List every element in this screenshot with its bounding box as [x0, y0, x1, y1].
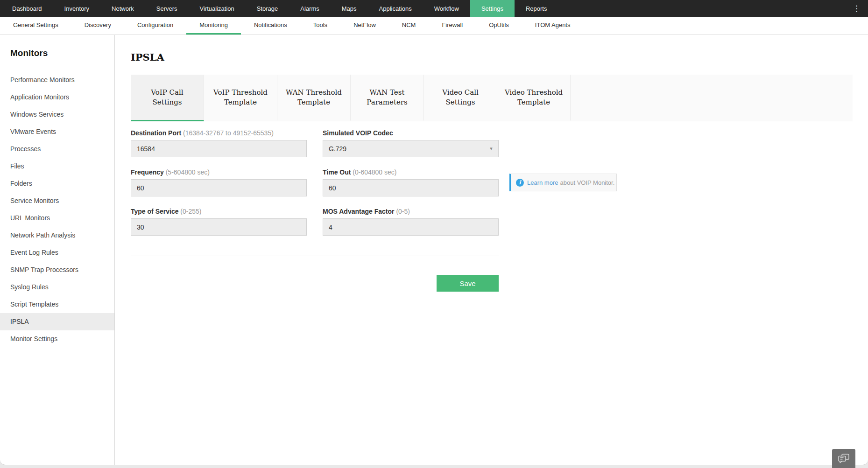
- info-text: about VOIP Monitor.: [560, 179, 614, 186]
- subnav-item-configuration[interactable]: Configuration: [124, 17, 186, 35]
- subnav-item-discovery[interactable]: Discovery: [71, 17, 124, 35]
- tab-voip-threshold-template[interactable]: VoIP Threshold Template: [204, 75, 277, 121]
- nav-item-inventory[interactable]: Inventory: [53, 0, 100, 17]
- sidebar-item-processes[interactable]: Processes: [0, 140, 114, 158]
- mos-advantage-factor-input[interactable]: [323, 218, 499, 236]
- nav-item-alarms[interactable]: Alarms: [289, 0, 330, 17]
- form-divider: [131, 256, 499, 256]
- monitors-sidebar: Monitors Performance Monitors Applicatio…: [0, 35, 115, 465]
- page-title: IPSLA: [131, 52, 853, 63]
- destination-port-label: Destination Port (16384-32767 to 49152-6…: [131, 129, 307, 137]
- info-icon: i: [516, 179, 524, 187]
- nav-item-storage[interactable]: Storage: [246, 0, 289, 17]
- subnav-item-oputils[interactable]: OpUtils: [476, 17, 522, 35]
- subnav-item-itom-agents[interactable]: ITOM Agents: [522, 17, 584, 35]
- tab-wan-test-parameters[interactable]: WAN Test Parameters: [351, 75, 424, 121]
- sidebar-item-application-monitors[interactable]: Application Monitors: [0, 89, 114, 106]
- nav-item-applications[interactable]: Applications: [368, 0, 423, 17]
- sidebar-item-script-templates[interactable]: Script Templates: [0, 296, 114, 313]
- sidebar-item-ipsla[interactable]: IPSLA: [0, 313, 114, 330]
- sidebar-item-windows-services[interactable]: Windows Services: [0, 106, 114, 123]
- frequency-range-hint: (5-604800 sec): [166, 168, 210, 176]
- field-destination-port: Destination Port (16384-32767 to 49152-6…: [131, 129, 307, 157]
- subnav-item-netflow[interactable]: NetFlow: [340, 17, 389, 35]
- frequency-label: Frequency (5-604800 sec): [131, 168, 307, 176]
- nav-item-workflow[interactable]: Workflow: [423, 0, 470, 17]
- tab-video-threshold-template[interactable]: Video Threshold Template: [497, 75, 571, 121]
- sidebar-item-network-path-analysis[interactable]: Network Path Analysis: [0, 227, 114, 244]
- settings-sub-nav: General Settings Discovery Configuration…: [0, 17, 868, 35]
- mos-advantage-factor-label: MOS Advantage Factor (0-5): [323, 208, 499, 216]
- time-out-label: Time Out (0-604800 sec): [323, 168, 499, 176]
- subnav-item-tools[interactable]: Tools: [300, 17, 340, 35]
- nav-item-settings[interactable]: Settings: [470, 0, 515, 17]
- save-button[interactable]: Save: [437, 275, 499, 292]
- field-type-of-service: Type of Service (0-255): [131, 208, 307, 236]
- frequency-input[interactable]: [131, 179, 307, 196]
- content-body: Monitors Performance Monitors Applicatio…: [0, 35, 868, 465]
- simulated-voip-codec-value: G.729: [329, 145, 346, 153]
- destination-port-input[interactable]: [131, 140, 307, 157]
- tab-wan-threshold-template[interactable]: WAN Threshold Template: [277, 75, 351, 121]
- simulated-voip-codec-label: Simulated VOIP Codec: [323, 129, 499, 137]
- sidebar-item-snmp-trap-processors[interactable]: SNMP Trap Processors: [0, 261, 114, 279]
- subnav-item-firewall[interactable]: Firewall: [429, 17, 476, 35]
- sidebar-item-performance-monitors[interactable]: Performance Monitors: [0, 71, 114, 89]
- field-frequency: Frequency (5-604800 sec): [131, 168, 307, 196]
- field-mos-advantage-factor: MOS Advantage Factor (0-5): [323, 208, 499, 236]
- type-of-service-label: Type of Service (0-255): [131, 208, 307, 216]
- field-simulated-voip-codec: Simulated VOIP Codec G.729 ▾: [323, 129, 499, 157]
- sidebar-item-url-monitors[interactable]: URL Monitors: [0, 210, 114, 227]
- page: Dashboard Inventory Network Servers Virt…: [0, 0, 868, 468]
- save-row: Save: [131, 275, 499, 292]
- sidebar-list: Performance Monitors Application Monitor…: [0, 71, 114, 348]
- chat-bubbles-icon: [838, 454, 850, 464]
- sidebar-item-files[interactable]: Files: [0, 158, 114, 175]
- sidebar-title: Monitors: [10, 48, 114, 59]
- subnav-item-monitoring[interactable]: Monitoring: [186, 17, 241, 35]
- simulated-voip-codec-select[interactable]: G.729 ▾: [323, 140, 499, 157]
- tab-video-call-settings[interactable]: Video Call Settings: [424, 75, 497, 121]
- time-out-input[interactable]: [323, 179, 499, 196]
- learn-more-link[interactable]: Learn more: [527, 179, 558, 186]
- voip-call-settings-form: Destination Port (16384-32767 to 49152-6…: [131, 129, 499, 236]
- destination-port-range-hint: (16384-32767 to 49152-65535): [183, 129, 274, 137]
- sidebar-item-monitor-settings[interactable]: Monitor Settings: [0, 330, 114, 348]
- subnav-item-ncm[interactable]: NCM: [389, 17, 429, 35]
- nav-item-reports[interactable]: Reports: [515, 0, 558, 17]
- field-time-out: Time Out (0-604800 sec): [323, 168, 499, 196]
- sidebar-item-event-log-rules[interactable]: Event Log Rules: [0, 244, 114, 261]
- subnav-item-general-settings[interactable]: General Settings: [0, 17, 71, 35]
- sidebar-item-service-monitors[interactable]: Service Monitors: [0, 192, 114, 210]
- app-window: Dashboard Inventory Network Servers Virt…: [0, 0, 868, 465]
- chevron-down-icon[interactable]: ▾: [484, 140, 498, 157]
- voip-monitor-info-box: i Learn more about VOIP Monitor.: [509, 174, 617, 191]
- kebab-menu-icon[interactable]: ⋮: [845, 0, 868, 17]
- nav-item-maps[interactable]: Maps: [331, 0, 368, 17]
- type-of-service-input[interactable]: [131, 218, 307, 236]
- sidebar-item-vmware-events[interactable]: VMware Events: [0, 123, 114, 140]
- mos-advantage-factor-range-hint: (0-5): [396, 208, 410, 215]
- tab-voip-call-settings[interactable]: VoIP Call Settings: [131, 75, 204, 121]
- type-of-service-range-hint: (0-255): [180, 208, 201, 215]
- ipsla-tabstrip: VoIP Call Settings VoIP Threshold Templa…: [131, 75, 853, 121]
- ipsla-panel: IPSLA VoIP Call Settings VoIP Threshold …: [115, 35, 868, 465]
- nav-item-dashboard[interactable]: Dashboard: [1, 0, 53, 17]
- nav-item-servers[interactable]: Servers: [145, 0, 189, 17]
- nav-item-virtualization[interactable]: Virtualization: [189, 0, 246, 17]
- subnav-item-notifications[interactable]: Notifications: [241, 17, 300, 35]
- feedback-button[interactable]: [832, 449, 855, 468]
- sidebar-item-syslog-rules[interactable]: Syslog Rules: [0, 279, 114, 296]
- top-nav: Dashboard Inventory Network Servers Virt…: [0, 0, 868, 17]
- time-out-range-hint: (0-604800 sec): [353, 168, 396, 176]
- nav-item-network[interactable]: Network: [100, 0, 145, 17]
- sidebar-item-folders[interactable]: Folders: [0, 175, 114, 192]
